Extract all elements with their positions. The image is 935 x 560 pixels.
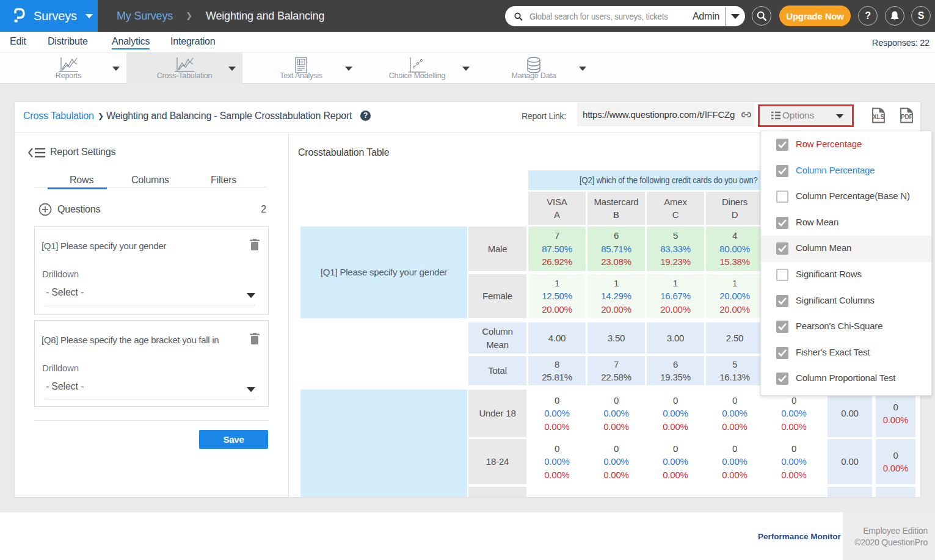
svg-text:XLS: XLS <box>873 114 884 120</box>
svg-text:PDF: PDF <box>901 114 912 120</box>
